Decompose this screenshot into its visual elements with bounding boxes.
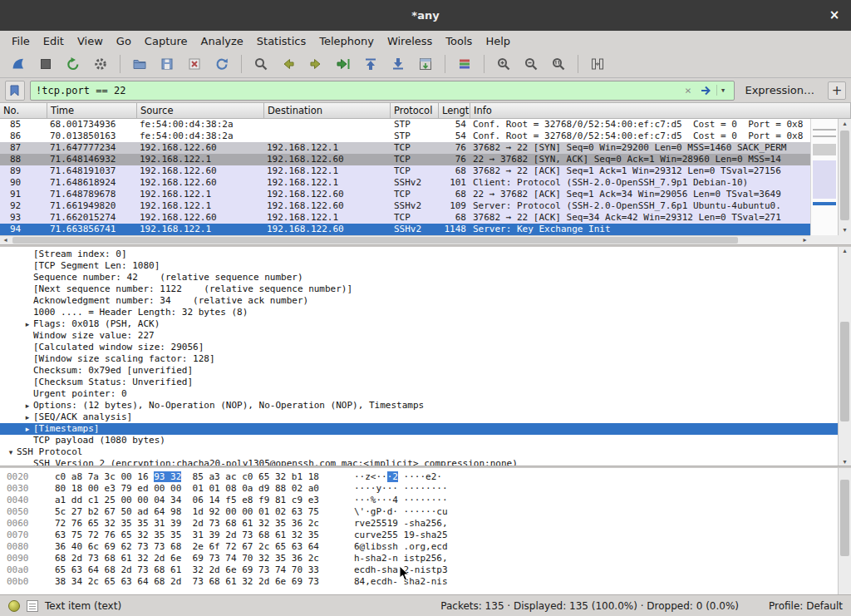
packet-row[interactable]: 9071.648618924192.168.122.60192.168.122.… [0, 177, 810, 189]
detail-vscroll-thumb[interactable] [840, 322, 849, 421]
column-header-time[interactable]: Time [47, 103, 137, 118]
detail-line[interactable]: SSH Version 2 (encryption:chacha20-poly1… [0, 458, 838, 466]
menu-item-help[interactable]: Help [479, 32, 517, 50]
packet-row[interactable]: 9271.661949820192.168.122.1192.168.122.6… [0, 200, 810, 212]
expander-icon[interactable]: ▸ [22, 400, 33, 411]
detail-line[interactable]: 1000 .... = Header Length: 32 bytes (8) [0, 307, 838, 318]
go-forward-button[interactable] [304, 53, 327, 75]
packet-list-vscrollbar[interactable]: ▴ ▾ [838, 119, 851, 235]
hex-row[interactable]: 0020c0 a8 7a 3c 00 16 93 32 85 a3 ac c0 … [0, 471, 838, 483]
hscroll-thumb[interactable] [12, 237, 738, 244]
detail-line[interactable]: ▸Flags: 0x018 (PSH, ACK) [0, 318, 838, 330]
start-capture-button[interactable] [7, 53, 30, 75]
column-header-protocol[interactable]: Protocol [391, 103, 439, 118]
find-packet-button[interactable] [249, 53, 273, 75]
clear-filter-icon[interactable]: × [680, 84, 696, 96]
detail-line[interactable]: ▸[SEQ/ACK analysis] [0, 411, 838, 423]
save-file-button[interactable] [155, 53, 179, 75]
column-header-destination[interactable]: Destination [264, 103, 391, 118]
menu-item-edit[interactable]: Edit [37, 32, 71, 50]
hex-row[interactable]: 0040a1 dd c1 25 00 00 04 34 06 14 f5 e8 … [0, 495, 838, 506]
detail-line[interactable]: [Window size scaling factor: 128] [0, 353, 838, 365]
hex-row[interactable]: 006072 76 65 32 35 35 31 39 2d 73 68 61 … [0, 518, 838, 530]
go-first-button[interactable] [359, 53, 382, 75]
detail-line[interactable]: Checksum: 0x79ed [unverified] [0, 365, 838, 377]
packet-row[interactable]: 8971.648191037192.168.122.60192.168.122.… [0, 165, 810, 177]
hex-row[interactable]: 00a065 63 64 68 2d 73 68 61 32 2d 6e 69 … [0, 564, 838, 576]
zoom-original-button[interactable] [547, 53, 570, 75]
detail-line[interactable]: TCP payload (1080 bytes) [0, 435, 838, 446]
filter-dropdown-icon[interactable]: ▾ [716, 85, 730, 96]
detail-line[interactable]: Window size value: 227 [0, 330, 838, 342]
hex-row[interactable]: 009068 2d 73 68 61 32 2d 6e 69 73 74 70 … [0, 553, 838, 564]
capture-options-button[interactable] [89, 53, 112, 75]
zoom-in-button[interactable] [492, 53, 515, 75]
display-filter-input[interactable]: !tcp.port == 22 × ▾ [30, 81, 735, 101]
scroll-down-icon[interactable]: ▾ [839, 458, 851, 466]
menu-item-go[interactable]: Go [110, 32, 138, 50]
detail-line[interactable]: [TCP Segment Len: 1080] [0, 260, 838, 272]
go-to-packet-button[interactable] [332, 53, 355, 75]
reload-file-button[interactable] [210, 53, 234, 75]
packet-list-minimap[interactable] [810, 119, 838, 235]
scroll-up-icon[interactable]: ▴ [839, 119, 851, 129]
vscroll-thumb[interactable] [840, 131, 849, 220]
column-header-length[interactable]: Length [439, 103, 470, 118]
detail-line[interactable]: [Checksum Status: Unverified] [0, 377, 838, 388]
expert-info-icon[interactable] [8, 600, 20, 612]
zoom-out-button[interactable] [519, 53, 543, 75]
packet-row[interactable]: 9171.648789678192.168.122.1192.168.122.6… [0, 189, 810, 200]
detail-line[interactable]: Urgent pointer: 0 [0, 388, 838, 400]
packet-row[interactable]: 8871.648146932192.168.122.1192.168.122.6… [0, 154, 810, 165]
expander-icon[interactable]: ▸ [22, 411, 33, 423]
packet-row[interactable]: 9471.663856741192.168.122.1192.168.122.6… [0, 224, 810, 235]
hex-row[interactable]: 007063 75 72 76 65 32 35 35 31 39 2d 73 … [0, 530, 838, 541]
scroll-right-icon[interactable]: ▸ [799, 236, 810, 244]
expression-button[interactable]: Expression… [740, 84, 819, 96]
capture-comment-icon[interactable] [27, 600, 38, 612]
status-profile[interactable]: Profile: Default [769, 600, 843, 612]
menu-item-capture[interactable]: Capture [138, 32, 194, 50]
close-file-button[interactable] [183, 53, 206, 75]
hex-row[interactable]: 00b038 34 2c 65 63 64 68 2d 73 68 61 32 … [0, 576, 838, 588]
menu-item-view[interactable]: View [71, 32, 110, 50]
expander-icon[interactable]: ▸ [22, 423, 33, 435]
scroll-up-icon[interactable]: ▴ [839, 247, 851, 254]
menu-item-tools[interactable]: Tools [439, 32, 479, 50]
filter-bookmark-button[interactable] [5, 81, 25, 101]
menu-item-telephony[interactable]: Telephony [312, 32, 381, 50]
column-header-info[interactable]: Info [470, 103, 851, 118]
packet-row[interactable]: 8568.001734936fe:54:00:d4:38:2aSTP54Conf… [0, 119, 810, 131]
detail-line[interactable]: ▾SSH Protocol [0, 446, 838, 458]
expander-icon[interactable]: ▾ [5, 446, 17, 458]
menu-item-wireless[interactable]: Wireless [381, 32, 439, 50]
hex-row[interactable]: 008036 40 6c 69 62 73 73 68 2e 6f 72 67 … [0, 541, 838, 553]
detail-line[interactable]: [Stream index: 0] [0, 249, 838, 260]
hscroll-track[interactable] [11, 236, 799, 244]
resize-columns-button[interactable] [586, 53, 609, 75]
menu-item-statistics[interactable]: Statistics [250, 32, 312, 50]
add-filter-button[interactable]: + [828, 81, 846, 100]
detail-line[interactable]: [Next sequence number: 1122 (relative se… [0, 283, 838, 295]
column-header-source[interactable]: Source [137, 103, 264, 118]
go-back-button[interactable] [277, 53, 300, 75]
stop-capture-button[interactable] [34, 53, 57, 75]
menu-item-analyze[interactable]: Analyze [194, 32, 250, 50]
scroll-down-icon[interactable]: ▾ [839, 225, 851, 235]
detail-line[interactable]: ▸[Timestamps] [0, 423, 838, 435]
detail-line[interactable]: [Calculated window size: 29056] [0, 342, 838, 353]
apply-filter-icon[interactable] [696, 84, 716, 97]
open-file-button[interactable] [128, 53, 151, 75]
bytes-vscroll-thumb[interactable] [840, 480, 849, 556]
bytes-vscrollbar[interactable] [838, 468, 851, 594]
packet-list-hscrollbar[interactable]: ◂ ▸ [0, 235, 810, 244]
hex-row[interactable]: 00505c 27 b2 67 50 ad 64 98 1d 92 00 00 … [0, 506, 838, 518]
packet-row[interactable]: 8771.647777234192.168.122.60192.168.122.… [0, 142, 810, 154]
hex-row[interactable]: 003080 18 00 e3 79 ed 00 00 01 01 08 0a … [0, 483, 838, 495]
detail-line[interactable]: Acknowledgment number: 34 (relative ack … [0, 295, 838, 307]
detail-line[interactable]: Sequence number: 42 (relative sequence n… [0, 272, 838, 283]
packet-row[interactable]: 9371.662015274192.168.122.60192.168.122.… [0, 212, 810, 224]
menu-item-file[interactable]: File [5, 32, 37, 50]
go-last-button[interactable] [386, 53, 410, 75]
packet-row[interactable]: 8670.013850163fe:54:00:d4:38:2aSTP54Conf… [0, 131, 810, 142]
